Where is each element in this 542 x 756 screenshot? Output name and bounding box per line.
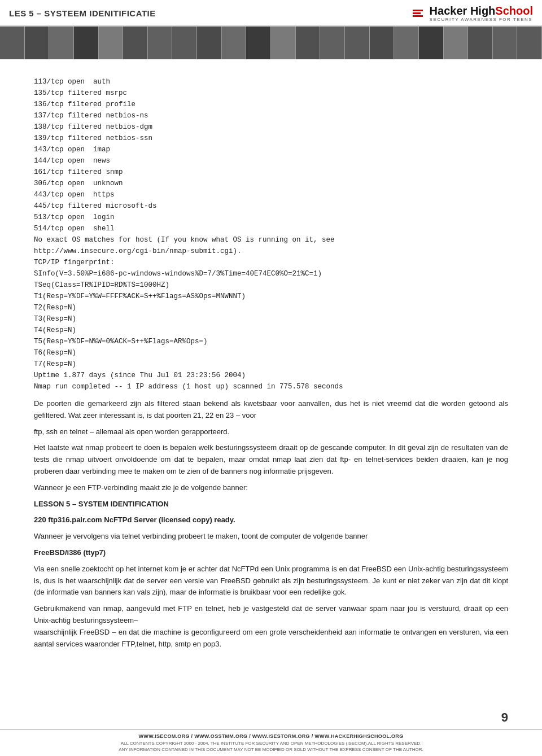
photo-cell [468,27,493,59]
photo-cell [493,27,518,59]
logo-bars-icon [413,10,423,17]
logo-bar-3 [413,15,423,17]
page-number: 9 [501,710,508,725]
photo-cell [148,27,173,59]
photo-cell [370,27,395,59]
code-block-ports: 113/tcp open auth 135/tcp filtered msrpc… [34,76,508,392]
photo-cell [25,27,50,59]
footer-legal-2: ANY INFORMATION CONTAINED IN THIS DOCUME… [9,746,533,753]
photo-cell [444,27,469,59]
photo-strip [0,27,542,59]
paragraph-2: Het laatste wat nmap probeert te doen is… [34,442,508,477]
lesson-header: LESSON 5 – SYSTEM IDENTIFICATION [34,499,508,510]
paragraph-3: Wanneer je een FTP-verbinding maakt zie … [34,482,508,494]
footer-urls: WWW.ISECOM.ORG / WWW.OSSTMM.ORG / WWW.IS… [9,733,533,739]
logo-text: Hacker HighSchool SECURITY AWARENESS FOR… [430,5,533,22]
page-title: LES 5 – SYSTEEM IDENITIFICATIE [9,8,156,18]
paragraph-6: Gebruikmakend van nmap, aangevuld met FT… [34,603,508,650]
photo-cell [246,27,271,59]
main-content: 113/tcp open auth 135/tcp filtered msrpc… [0,59,542,700]
photo-cell [394,27,419,59]
photo-cell [517,27,542,59]
photo-cell [99,27,124,59]
photo-cell [345,27,370,59]
photo-cell [222,27,247,59]
ftp-banner: 220 ftp316.pair.com NcFTPd Server (licen… [34,514,508,526]
photo-cell [172,27,197,59]
photo-strip-inner [0,27,542,59]
paragraph-1: De poorten die gemarkeerd zijn als filte… [34,398,508,422]
logo-bar-2 [413,12,421,14]
freebsd-banner: FreeBSD/i386 (ttyp7) [34,547,508,559]
photo-cell [320,27,345,59]
photo-cell [0,27,25,59]
paragraph-4: Wanneer je vervolgens via telnet verbind… [34,531,508,543]
photo-cell [419,27,444,59]
photo-cell [74,27,99,59]
photo-cell [271,27,296,59]
photo-cell [296,27,321,59]
paragraph-5: Via een snelle zoektocht op het internet… [34,563,508,598]
logo-main-text: Hacker HighSchool [430,5,533,17]
footer-legal-1: ALL CONTENTS COPYRIGHT 2000 - 2004, THE … [9,740,533,746]
photo-cell [49,27,74,59]
photo-cell [197,27,222,59]
page-footer: WWW.ISECOM.ORG / WWW.OSSTMM.ORG / WWW.IS… [0,729,542,756]
photo-cell [123,27,148,59]
logo-sub-text: SECURITY AWARENESS FOR TEENS [430,17,533,22]
paragraph-ftp-ssh: ftp, ssh en telnet – allemaal als open w… [34,426,508,438]
page-header: LES 5 – SYSTEEM IDENITIFICATIE Hacker Hi… [0,0,542,27]
logo-area: Hacker HighSchool SECURITY AWARENESS FOR… [413,5,533,22]
logo-bar-1 [413,10,423,11]
